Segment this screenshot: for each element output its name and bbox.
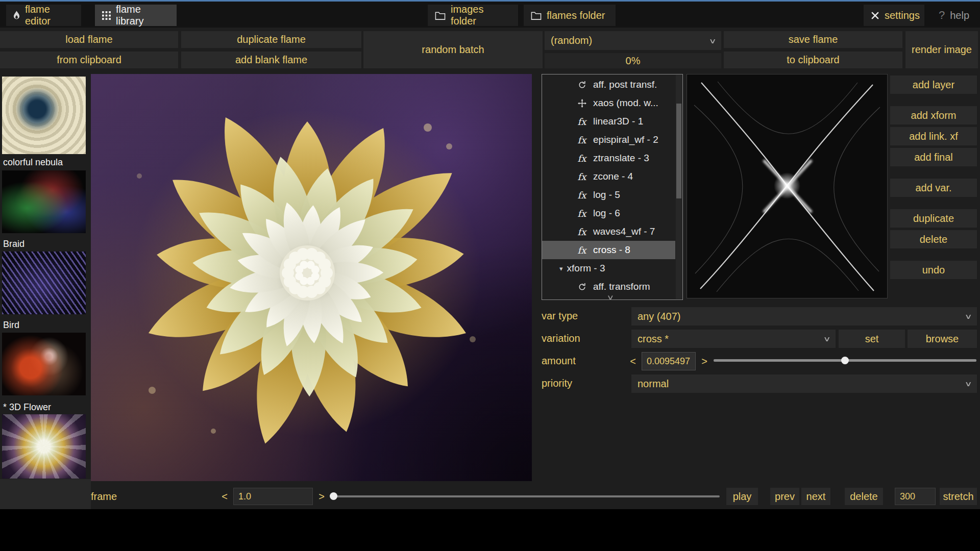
xform-tree-list: aff. post transf. xaos (mod. w... fx lin…	[542, 76, 675, 296]
save-flame-button[interactable]: save flame	[724, 31, 902, 48]
add-layer-button[interactable]: add layer	[890, 76, 977, 94]
next-label: next	[806, 491, 826, 503]
random-batch-button[interactable]: random batch	[363, 31, 543, 68]
xform-tree-panel: aff. post transf. xaos (mod. w... fx lin…	[542, 74, 683, 300]
from-clipboard-button[interactable]: from clipboard	[0, 52, 178, 68]
tree-item-linear3d[interactable]: fx linear3D - 1	[542, 112, 675, 131]
flame-editor-tab[interactable]: flame editor	[6, 5, 81, 26]
add-layer-label: add layer	[913, 79, 954, 91]
help-button[interactable]: ? help	[932, 5, 979, 26]
end-frame-value: 300	[900, 491, 915, 502]
duplicate-flame-button[interactable]: duplicate flame	[181, 31, 361, 48]
add-xform-button[interactable]: add xform	[890, 106, 977, 124]
amount-increment-button[interactable]: >	[698, 352, 710, 370]
tree-item-epispiral-wf[interactable]: fx epispiral_wf - 2	[542, 131, 675, 149]
next-frame-button[interactable]: next	[801, 488, 830, 505]
frame-input[interactable]: 1.0	[233, 488, 313, 505]
save-flame-label: save flame	[789, 34, 838, 45]
tree-scrollbar-thumb[interactable]	[676, 104, 681, 198]
question-icon: ?	[939, 9, 945, 22]
tree-item-label: xform - 3	[567, 263, 605, 274]
tree-item-log-5[interactable]: fx log - 5	[542, 186, 675, 204]
add-blank-flame-label: add blank flame	[235, 54, 307, 66]
variation-select[interactable]: cross * ∨	[631, 330, 836, 348]
settings-label: settings	[885, 10, 920, 21]
tree-item-ztranslate[interactable]: fx ztranslate - 3	[542, 149, 675, 167]
tree-item-label: epispiral_wf - 2	[593, 134, 658, 145]
tree-item-waves4-wf[interactable]: fx waves4_wf - 7	[542, 222, 675, 241]
random-style-select[interactable]: (random) ∨	[545, 31, 721, 50]
amount-decrement-button[interactable]: <	[627, 352, 639, 370]
stretch-button[interactable]: stretch	[940, 488, 977, 505]
end-frame-input[interactable]: 300	[895, 488, 936, 505]
tree-item-label: log - 5	[593, 189, 620, 201]
transform-icon	[577, 283, 587, 291]
load-flame-button[interactable]: load flame	[0, 31, 178, 48]
duplicate-xform-button[interactable]: duplicate	[890, 209, 977, 228]
undo-button[interactable]: undo	[890, 261, 977, 279]
xaos-icon	[577, 99, 587, 108]
frame-decrement-button[interactable]: <	[218, 488, 231, 505]
render-image-button[interactable]: render image	[905, 31, 978, 68]
images-folder-button[interactable]: images folder	[428, 5, 518, 26]
undo-label: undo	[922, 264, 945, 276]
flame-library-window: flame editor flame library images folder…	[0, 0, 980, 551]
sidebar-footer	[0, 479, 91, 509]
tree-item-label: aff. post transf.	[593, 79, 657, 90]
fx-icon: fx	[577, 171, 587, 182]
set-variation-button[interactable]: set	[839, 330, 905, 348]
tree-item-aff-post-transf[interactable]: aff. post transf.	[542, 76, 675, 94]
folder-icon	[435, 11, 446, 20]
add-final-button[interactable]: add final	[890, 148, 977, 166]
chevron-down-icon: ∨	[964, 312, 972, 320]
tree-item-xaos[interactable]: xaos (mod. w...	[542, 94, 675, 112]
from-clipboard-label: from clipboard	[57, 54, 121, 66]
library-thumbnail-gnarl[interactable]	[2, 77, 86, 154]
amount-input[interactable]: 0.0095497	[642, 352, 696, 370]
library-thumbnail-bird[interactable]	[2, 333, 86, 395]
tools-icon	[871, 11, 879, 20]
fx-icon: fx	[577, 208, 587, 219]
delete-xform-button[interactable]: delete	[890, 230, 977, 248]
flame-render-canvas	[91, 74, 532, 481]
fx-icon: fx	[577, 153, 587, 164]
tree-item-zcone[interactable]: fx zcone - 4	[542, 167, 675, 186]
scroll-more-indicator: ∨	[606, 293, 614, 301]
add-variation-button[interactable]: add var.	[890, 179, 977, 197]
priority-value: normal	[638, 378, 669, 390]
library-thumbnail-colorful-nebula[interactable]	[2, 170, 86, 233]
prev-label: prev	[775, 491, 795, 503]
variation-label: variation	[542, 333, 580, 344]
library-thumbnail-3d-flower[interactable]	[2, 414, 86, 479]
variation-preview-panel	[687, 74, 888, 298]
stretch-label: stretch	[943, 491, 973, 503]
tree-item-xform-3[interactable]: ▾ xform - 3	[542, 259, 675, 278]
frame-label: frame	[91, 491, 117, 503]
delete-frame-button[interactable]: delete	[845, 488, 883, 505]
flame-library-tab[interactable]: flame library	[95, 5, 177, 26]
library-thumbnail-braid[interactable]	[2, 252, 86, 314]
add-linked-xform-button[interactable]: add link. xf	[890, 127, 977, 145]
cross-variation-preview	[687, 74, 887, 298]
settings-button[interactable]: settings	[864, 5, 924, 26]
flame-icon	[13, 11, 20, 20]
help-label: help	[950, 10, 969, 21]
fx-icon: fx	[577, 116, 587, 127]
browse-variations-button[interactable]: browse	[908, 330, 977, 348]
load-flame-label: load flame	[65, 34, 112, 45]
amount-slider-thumb[interactable]	[841, 357, 849, 364]
tree-scrollbar[interactable]	[676, 75, 682, 299]
library-item-label: Bird	[3, 320, 19, 331]
to-clipboard-button[interactable]: to clipboard	[724, 52, 902, 68]
var-type-select[interactable]: any (407) ∨	[631, 307, 977, 325]
add-blank-flame-button[interactable]: add blank flame	[181, 52, 361, 68]
tree-item-cross-selected[interactable]: fx cross - 8	[542, 241, 675, 259]
tree-item-log-6[interactable]: fx log - 6	[542, 204, 675, 222]
flames-folder-button[interactable]: flames folder	[524, 5, 616, 26]
frame-slider-thumb[interactable]	[330, 492, 337, 500]
priority-select[interactable]: normal ∨	[631, 374, 977, 393]
prev-frame-button[interactable]: prev	[770, 488, 799, 505]
frame-slider-track[interactable]	[331, 495, 720, 497]
play-button[interactable]: play	[726, 488, 758, 505]
frame-increment-button[interactable]: >	[315, 488, 328, 505]
